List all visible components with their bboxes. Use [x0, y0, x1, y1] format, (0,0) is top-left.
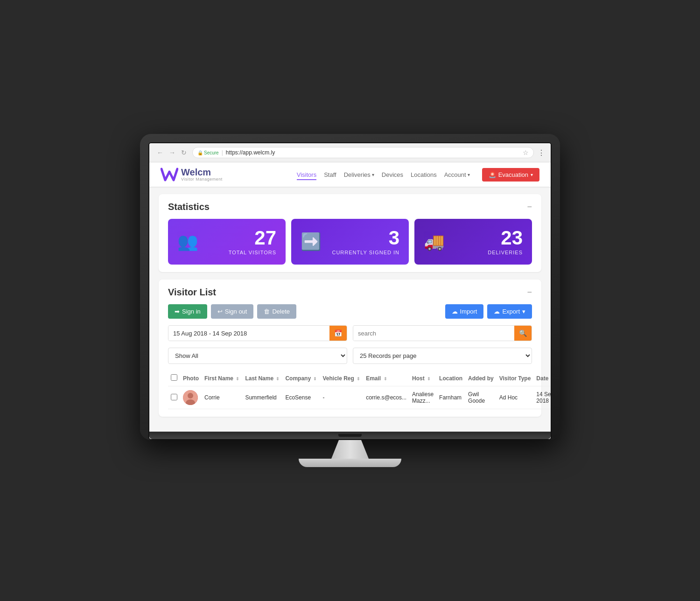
row-photo-cell: [180, 386, 202, 409]
stat-card-visitors: 👥 27 TOTAL VISITORS: [168, 219, 286, 265]
visitor-table: Photo First Name ⇕ Last Name ⇕: [168, 370, 552, 409]
visitors-icon: 👥: [177, 232, 198, 252]
filter-right: 🔍: [353, 325, 532, 341]
delete-button[interactable]: 🗑 Delete: [257, 304, 296, 319]
app-container: Welcm Visitor Management Visitors Staff …: [149, 162, 551, 432]
row-host: Analiese Mazz...: [409, 386, 436, 409]
show-all-select[interactable]: Show All: [168, 348, 347, 364]
back-icon[interactable]: ←: [155, 148, 165, 157]
row-company: EcoSense: [282, 386, 320, 409]
logo-area: Welcm Visitor Management: [161, 167, 223, 182]
col-email[interactable]: Email ⇕: [363, 370, 409, 386]
stats-grid: 👥 27 TOTAL VISITORS ➡️ 3 CURR: [168, 219, 532, 265]
visitor-list-card: Visitor List − ➡ Sign in ↩: [159, 280, 541, 417]
signed-in-label: CURRENTLY SIGNED IN: [332, 250, 399, 255]
address-bar[interactable]: 🔒 Secure | https://app.welcm.ly ☆: [192, 147, 534, 158]
monitor-screen: ← → ↻ 🔒 Secure | https://app.welcm.ly ☆ …: [148, 142, 552, 440]
logo-subtitle: Visitor Management: [181, 177, 223, 182]
deliveries-number: 23: [488, 228, 523, 248]
import-button[interactable]: ☁ Import: [445, 304, 484, 319]
table-header-row: Photo First Name ⇕ Last Name ⇕: [168, 370, 552, 386]
visitor-list-collapse-button[interactable]: −: [527, 287, 532, 297]
search-button[interactable]: 🔍: [514, 326, 532, 341]
visitors-label: TOTAL VISITORS: [229, 250, 276, 255]
bookmark-icon[interactable]: ☆: [523, 149, 529, 156]
host-sort-icon: ⇕: [427, 377, 431, 381]
statistics-title: Statistics: [168, 202, 210, 212]
row-email: corrie.s@ecos...: [363, 386, 409, 409]
nav-links: Visitors Staff Deliveries Devices Locati…: [297, 168, 539, 182]
statistics-collapse-button[interactable]: −: [527, 202, 532, 212]
table-row: Corrie Summerfield EcoSense - corrie.s@e…: [168, 386, 552, 409]
nav-staff[interactable]: Staff: [324, 169, 336, 180]
sign-in-button[interactable]: ➡ Sign in: [168, 304, 207, 319]
stat-card-signed-in: ➡️ 3 CURRENTLY SIGNED IN: [291, 219, 409, 265]
col-company[interactable]: Company ⇕: [282, 370, 320, 386]
statistics-card-header: Statistics −: [168, 202, 532, 212]
show-all-wrap: Show All: [168, 348, 347, 364]
calendar-button[interactable]: 📅: [329, 326, 347, 341]
nav-visitors[interactable]: Visitors: [297, 169, 316, 180]
sign-in-label: Sign in: [182, 308, 201, 315]
action-right: ☁ Import ☁ Export ▾: [445, 304, 532, 319]
visitor-photo-img: [183, 390, 198, 405]
sign-out-button[interactable]: ↩ Sign out: [211, 304, 254, 319]
nav-locations[interactable]: Locations: [411, 169, 437, 180]
records-per-page-wrap: 25 Records per page: [353, 348, 532, 364]
row-location: Farnham: [436, 386, 465, 409]
visitor-photo: [183, 390, 198, 405]
date-range-input-wrap: 📅: [168, 325, 347, 341]
export-button[interactable]: ☁ Export ▾: [487, 304, 532, 319]
stat-content-signed-in: 3 CURRENTLY SIGNED IN: [332, 228, 399, 255]
forward-icon[interactable]: →: [167, 148, 177, 157]
company-sort-icon: ⇕: [313, 377, 317, 381]
row-select-checkbox[interactable]: [171, 394, 177, 400]
import-icon: ☁: [452, 308, 458, 315]
col-first-name[interactable]: First Name ⇕: [202, 370, 242, 386]
first-name-sort-icon: ⇕: [236, 377, 239, 381]
secure-badge: 🔒 Secure: [197, 150, 219, 155]
nav-devices[interactable]: Devices: [382, 169, 403, 180]
date-sort-icon: ▼: [551, 377, 552, 381]
address-divider: |: [222, 149, 223, 156]
nav-deliveries[interactable]: Deliveries: [344, 171, 374, 178]
select-all-checkbox[interactable]: [171, 374, 177, 381]
row-visitor-type: Ad Hoc: [497, 386, 534, 409]
col-last-name[interactable]: Last Name ⇕: [242, 370, 282, 386]
search-wrap: 🔍: [353, 325, 532, 341]
col-visitor-type: Visitor Type: [497, 370, 534, 386]
browser-menu-icon[interactable]: ⋮: [538, 148, 545, 157]
records-per-page-select[interactable]: 25 Records per page: [353, 348, 532, 364]
action-left: ➡ Sign in ↩ Sign out 🗑 Delete: [168, 304, 296, 319]
row-last-name: Summerfield: [242, 386, 282, 409]
search-input[interactable]: [353, 326, 514, 341]
monitor: ← → ↻ 🔒 Secure | https://app.welcm.ly ☆ …: [140, 134, 560, 440]
address-url: https://app.welcm.ly: [226, 149, 275, 156]
col-host[interactable]: Host ⇕: [409, 370, 436, 386]
export-label: Export: [502, 308, 520, 315]
records-per-page-select-wrap: 25 Records per page: [353, 348, 532, 364]
sign-out-label: Sign out: [225, 308, 247, 315]
evacuation-icon: 🚨: [489, 171, 496, 178]
evacuation-label: Evacuation: [498, 171, 528, 178]
email-sort-icon: ⇕: [384, 377, 387, 381]
stat-content-visitors: 27 TOTAL VISITORS: [229, 228, 276, 255]
export-icon: ☁: [494, 308, 500, 315]
stat-content-deliveries: 23 DELIVERIES: [488, 228, 523, 255]
col-vehicle-reg[interactable]: Vehicle Reg ⇕: [320, 370, 363, 386]
row-date: 14 Sep 2018: [533, 386, 552, 409]
monitor-bottom-bar: [149, 432, 551, 439]
deliveries-icon: 🚚: [424, 232, 445, 252]
col-checkbox: [168, 370, 180, 386]
content-area: Statistics − 👥 27 TOTAL VISITORS: [149, 187, 551, 432]
refresh-icon[interactable]: ↻: [179, 148, 189, 157]
date-range-input[interactable]: [168, 326, 329, 341]
signed-in-number: 3: [332, 228, 399, 248]
col-added-by: Added by: [465, 370, 497, 386]
nav-account[interactable]: Account: [444, 171, 470, 178]
stand-base: [299, 459, 401, 467]
evacuation-button[interactable]: 🚨 Evacuation: [482, 168, 539, 182]
col-date[interactable]: Date ▼: [533, 370, 552, 386]
visitor-list-header: Visitor List −: [168, 287, 532, 298]
export-dropdown-icon: ▾: [522, 308, 525, 315]
